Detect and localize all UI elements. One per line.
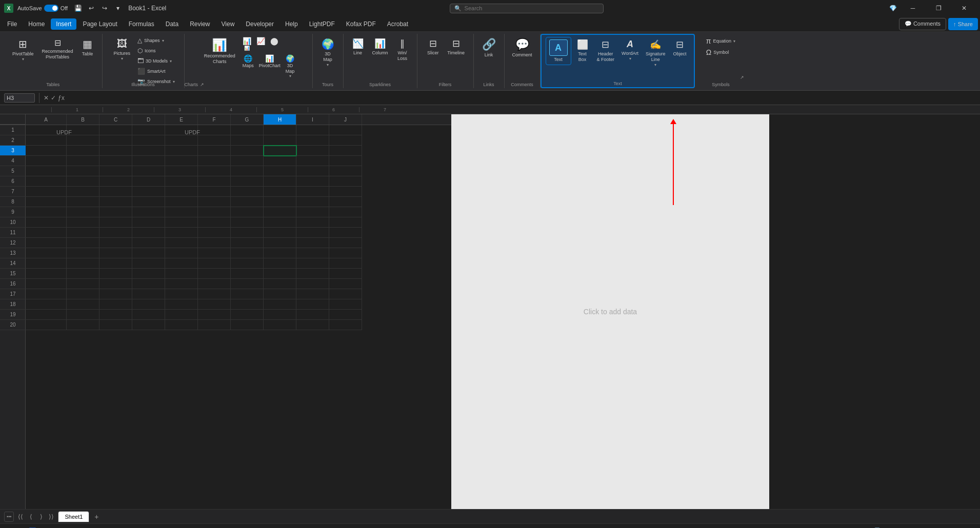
menu-review[interactable]: Review	[185, 18, 215, 30]
cell-F2[interactable]	[198, 135, 231, 146]
pivot-table-button[interactable]: ⊞ PivotTable ▾	[8, 36, 38, 64]
table-button[interactable]: ▦ Table	[77, 36, 98, 59]
comments-button[interactable]: 💬 Comments	[899, 18, 946, 30]
row-7[interactable]: 7	[0, 187, 26, 197]
cell-A12[interactable]	[26, 238, 67, 248]
cell-A5[interactable]	[26, 166, 67, 176]
text-box-button[interactable]: ⬜ TextBox	[572, 37, 593, 65]
row-13[interactable]: 13	[0, 248, 26, 258]
header-footer-button[interactable]: ⊟ Header& Footer	[594, 37, 618, 65]
cell-I1[interactable]	[296, 125, 329, 135]
autosave-toggle[interactable]: AutoSave Off	[17, 5, 68, 12]
smartart-button[interactable]: ⬛ SmartArt	[135, 67, 177, 76]
line-chart-button[interactable]: 📈	[254, 36, 267, 52]
pie-chart-button[interactable]: ⬤	[268, 36, 281, 52]
cell-E2[interactable]	[165, 135, 198, 146]
3dmap-tour-button[interactable]: 🌍 3DMap ▾	[317, 36, 338, 69]
column-sparkline-button[interactable]: 📊 Column	[369, 36, 391, 58]
row-2[interactable]: 2	[0, 135, 26, 146]
text-button[interactable]: A Text	[546, 37, 571, 65]
row-8[interactable]: 8	[0, 197, 26, 207]
cell-G3[interactable]	[231, 146, 264, 156]
cell-G1[interactable]	[231, 125, 264, 135]
cell-A9[interactable]	[26, 207, 67, 217]
cell-A13[interactable]	[26, 248, 67, 258]
cell-A15[interactable]	[26, 269, 67, 279]
cell-A7[interactable]	[26, 187, 67, 197]
col-header-J[interactable]: J	[329, 114, 362, 125]
line-sparkline-button[interactable]: 📉 Line	[348, 36, 368, 58]
menu-lightpdf[interactable]: LightPDF	[304, 18, 340, 30]
cell-D1[interactable]	[132, 125, 165, 135]
preview-panel[interactable]: Click to add data	[451, 114, 769, 509]
cell-H3[interactable]	[264, 146, 296, 156]
cell-I3[interactable]	[296, 146, 329, 156]
row-16[interactable]: 16	[0, 279, 26, 289]
cell-D2[interactable]	[132, 135, 165, 146]
row-4[interactable]: 4	[0, 156, 26, 166]
autosave-switch[interactable]	[44, 5, 58, 12]
add-sheet-button[interactable]: +	[91, 512, 102, 522]
cell-H2[interactable]	[264, 135, 296, 146]
cell-C2[interactable]	[99, 135, 132, 146]
cell-E3[interactable]	[165, 146, 198, 156]
col-header-D[interactable]: D	[132, 114, 165, 125]
sheet-nav-prev-prev-button[interactable]: ⟨⟨	[16, 512, 25, 521]
row-3[interactable]: 3	[0, 146, 26, 156]
row-1[interactable]: 1	[0, 125, 26, 135]
link-button[interactable]: 🔗 Link	[478, 36, 499, 60]
menu-insert[interactable]: Insert	[51, 18, 76, 30]
cell-A8[interactable]	[26, 197, 67, 207]
row-20[interactable]: 20	[0, 320, 26, 330]
col-header-F[interactable]: F	[198, 114, 231, 125]
cell-A16[interactable]	[26, 279, 67, 289]
col-header-A[interactable]: A	[26, 114, 67, 125]
cell-C1[interactable]	[99, 125, 132, 135]
col-header-E[interactable]: E	[165, 114, 198, 125]
sheet-tab-sheet1[interactable]: Sheet1	[58, 511, 89, 522]
column-chart-button[interactable]: 📊 📊	[241, 36, 253, 52]
wordart-button[interactable]: A WordArt ▾	[618, 37, 642, 63]
formula-input[interactable]	[67, 95, 976, 101]
col-header-G[interactable]: G	[231, 114, 264, 125]
timeline-button[interactable]: ⊟ Timeline	[444, 36, 468, 58]
menu-formulas[interactable]: Formulas	[124, 18, 159, 30]
charts-expand-icon[interactable]: ↗	[200, 82, 204, 87]
equation-button[interactable]: π Equation ▾	[704, 36, 737, 46]
slicer-button[interactable]: ⊟ Slicer	[423, 36, 443, 58]
cell-A14[interactable]	[26, 258, 67, 269]
comment-button[interactable]: 💬 Comment	[509, 36, 535, 60]
object-button[interactable]: ⊟ Object	[669, 37, 690, 59]
cell-F1[interactable]	[198, 125, 231, 135]
pivotchart-button[interactable]: 📊 PivotChart	[257, 53, 283, 80]
row-14[interactable]: 14	[0, 258, 26, 269]
recommended-pivottables-button[interactable]: ⊟ RecommendedPivotTables	[39, 36, 76, 62]
cell-F3[interactable]	[198, 146, 231, 156]
cell-I2[interactable]	[296, 135, 329, 146]
3dmap-button[interactable]: 🌍 3DMap ▾	[284, 53, 297, 80]
redo-button[interactable]: ↪	[98, 2, 111, 14]
restore-button[interactable]: ❐	[927, 0, 950, 16]
cell-A17[interactable]	[26, 289, 67, 299]
insert-function-icon[interactable]: ƒx	[58, 94, 65, 101]
cell-A19[interactable]	[26, 310, 67, 320]
row-6[interactable]: 6	[0, 176, 26, 187]
row-11[interactable]: 11	[0, 228, 26, 238]
cell-A18[interactable]	[26, 299, 67, 310]
cell-A4[interactable]	[26, 156, 67, 166]
confirm-formula-icon[interactable]: ✓	[51, 94, 56, 101]
cell-J1[interactable]	[329, 125, 362, 135]
menu-developer[interactable]: Developer	[241, 18, 279, 30]
menu-help[interactable]: Help	[280, 18, 303, 30]
search-bar[interactable]: 🔍	[450, 4, 604, 13]
cell-A11[interactable]	[26, 228, 67, 238]
win-loss-sparkline-button[interactable]: ∥ Win/Loss	[392, 36, 413, 64]
col-header-I[interactable]: I	[296, 114, 329, 125]
customize-quick-access-button[interactable]: ▾	[112, 2, 124, 14]
row-15[interactable]: 15	[0, 269, 26, 279]
cancel-formula-icon[interactable]: ✕	[44, 94, 49, 101]
symbol-button[interactable]: Ω Symbol	[704, 47, 737, 57]
cell-A6[interactable]	[26, 176, 67, 187]
cell-D3[interactable]	[132, 146, 165, 156]
menu-acrobat[interactable]: Acrobat	[382, 18, 413, 30]
